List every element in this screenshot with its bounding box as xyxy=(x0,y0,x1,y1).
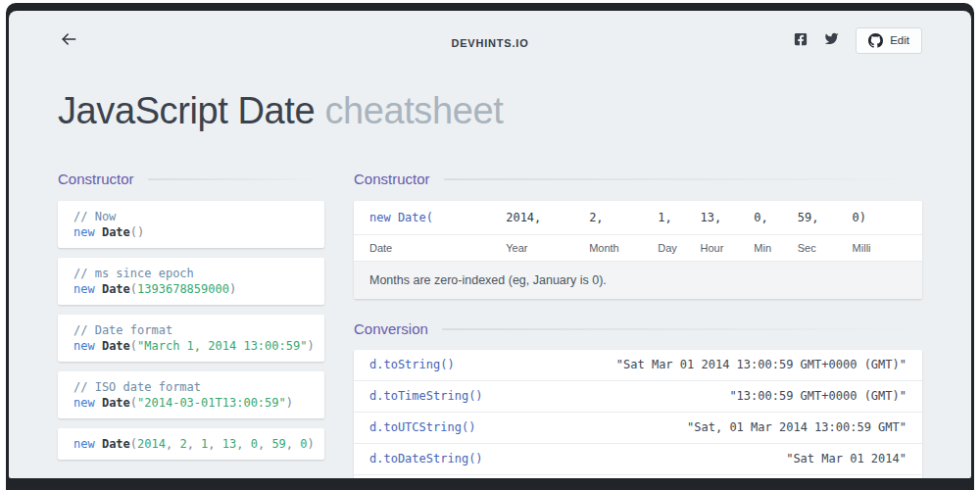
window-frame: DEVHINTS.IO Edit xyxy=(6,3,974,490)
code-card: // ms since epochnew Date(1393678859000) xyxy=(58,258,324,305)
conversion-result: "Sat, 01 Mar 2014 13:00:59 GMT" xyxy=(687,418,906,437)
constructor-label-cell: Day xyxy=(658,241,700,255)
section-rule xyxy=(444,178,922,180)
code-line: new Date(2014, 2, 1, 13, 0, 59, 0) xyxy=(74,436,309,452)
code-segment: 1393678859000 xyxy=(137,282,229,296)
code-card: new Date(2014, 2, 1, 13, 0, 59, 0) xyxy=(58,428,324,460)
code-comment: // ms since epoch xyxy=(74,266,309,281)
constructor-label-cell: Sec xyxy=(798,241,853,255)
edit-button[interactable]: Edit xyxy=(856,27,922,54)
code-segment: 13 xyxy=(222,437,236,451)
left-column: Constructor // Nownew Date()// ms since … xyxy=(58,172,324,469)
code-segment: Date xyxy=(102,225,130,239)
code-segment: new xyxy=(74,437,102,451)
section-heading-conversion: Conversion xyxy=(354,321,922,337)
code-segment: Date xyxy=(102,282,130,296)
github-icon xyxy=(868,33,883,48)
conversion-row: d.toString()"Sat Mar 01 2014 13:00:59 GM… xyxy=(354,350,922,380)
page: DEVHINTS.IO Edit xyxy=(9,11,971,478)
code-segment: ( xyxy=(130,282,137,296)
conversion-row: d.toTimeString()"13:00:59 GMT+0000 (GMT)… xyxy=(354,380,922,412)
constructor-cards: // Nownew Date()// ms since epochnew Dat… xyxy=(58,201,324,460)
conversion-result: "Sat Mar 01 2014 13:00:59 GMT+0000 (GMT)… xyxy=(616,356,906,374)
constructor-label-cell: Hour xyxy=(701,241,755,255)
code-segment: new xyxy=(74,225,102,239)
code-segment: ) xyxy=(286,396,293,410)
twitter-icon xyxy=(823,31,840,49)
constructor-label-cell: Date xyxy=(369,241,506,255)
conversion-code: d.toString() xyxy=(369,356,455,374)
code-comment: // Date format xyxy=(74,322,309,338)
code-segment: ) xyxy=(307,339,314,353)
constructor-code-cell: 1, xyxy=(658,210,700,225)
code-segment: ( xyxy=(130,339,137,353)
constructor-code-cell: 0, xyxy=(754,210,797,225)
section-title: Conversion xyxy=(354,321,428,337)
page-title-suffix: cheatsheet xyxy=(324,90,503,131)
code-segment: () xyxy=(130,225,144,239)
code-segment: 0 xyxy=(251,437,258,451)
conversion-row: d.toUTCString()"Sat, 01 Mar 2014 13:00:5… xyxy=(354,412,922,443)
code-comment: // ISO date format xyxy=(74,379,309,395)
back-button[interactable] xyxy=(58,28,83,52)
constructor-label-cell: Min xyxy=(754,241,797,255)
page-title-main: JavaScript Date xyxy=(58,90,315,131)
code-comment: // Now xyxy=(74,209,309,224)
code-segment: new xyxy=(74,282,102,296)
code-segment: "2014-03-01T13:00:59" xyxy=(137,396,286,410)
constructor-code-cell: 59, xyxy=(798,210,853,225)
code-segment: ( xyxy=(130,437,137,451)
code-segment: ( xyxy=(130,396,137,410)
code-segment: 59 xyxy=(271,437,285,451)
conversion-result: "Sat Mar 01 2014" xyxy=(786,450,906,468)
constructor-label-cell: Month xyxy=(589,241,658,255)
brand-link[interactable]: DEVHINTS.IO xyxy=(451,37,528,49)
conversion-table-card: d.toString()"Sat Mar 01 2014 13:00:59 GM… xyxy=(354,350,922,478)
back-arrow-icon xyxy=(58,29,79,52)
section-heading-constructor-right: Constructor xyxy=(354,172,922,187)
code-segment: 2 xyxy=(179,437,186,451)
code-segment: , xyxy=(187,437,201,451)
conversion-row: d.toDateString()"Sat Mar 01 2014" xyxy=(354,443,922,474)
code-segment: Date xyxy=(102,396,130,410)
code-line: new Date("2014-03-01T13:00:59") xyxy=(74,395,309,411)
code-card: // Date formatnew Date("March 1, 2014 13… xyxy=(58,315,324,362)
conversion-code: d.toDateString() xyxy=(369,450,483,468)
code-segment: , xyxy=(258,437,271,451)
code-line: new Date("March 1, 2014 13:00:59") xyxy=(74,338,309,354)
facebook-share-button[interactable] xyxy=(794,32,808,49)
content-columns: Constructor // Nownew Date()// ms since … xyxy=(9,172,971,478)
facebook-icon xyxy=(794,32,808,49)
code-card: // ISO date formatnew Date("2014-03-01T1… xyxy=(58,371,324,418)
section-heading-constructor-left: Constructor xyxy=(58,172,324,187)
header-actions: Edit xyxy=(778,27,922,54)
code-segment: Date xyxy=(102,437,130,451)
conversion-result: "13:00:59 GMT+0000 (GMT)" xyxy=(729,387,906,406)
code-segment: ) xyxy=(229,282,236,296)
constructor-table-card: new Date(2014,2,1,13,0,59,0) DateYearMon… xyxy=(354,201,922,299)
code-segment: new xyxy=(74,396,102,410)
twitter-share-button[interactable] xyxy=(823,31,840,49)
constructor-note: Months are zero-indexed (eg, January is … xyxy=(354,261,922,299)
code-card: // Nownew Date() xyxy=(58,201,324,248)
code-segment: Date xyxy=(102,339,130,353)
code-segment: ) xyxy=(308,437,315,451)
code-segment: new xyxy=(74,339,102,353)
code-segment: 0 xyxy=(300,437,307,451)
right-column: Constructor new Date(2014,2,1,13,0,59,0)… xyxy=(354,172,922,478)
page-title: JavaScript Date cheatsheet xyxy=(58,89,922,132)
constructor-code-cell: 2, xyxy=(589,210,658,225)
constructor-label-cell: Year xyxy=(506,241,589,255)
edit-button-label: Edit xyxy=(890,34,909,46)
code-segment: , xyxy=(236,437,250,451)
section-title: Constructor xyxy=(58,172,134,187)
code-line: new Date(1393678859000) xyxy=(74,281,309,297)
constructor-label-cell: Milli xyxy=(853,241,906,255)
conversion-row: d.toISOString()"2014-03-01T13:00:59.000Z… xyxy=(354,474,922,478)
conversion-code: d.toTimeString() xyxy=(369,387,483,406)
code-segment: , xyxy=(166,437,179,451)
constructor-code-cell: 0) xyxy=(853,210,906,225)
section-rule xyxy=(148,178,324,180)
constructor-code-row: new Date(2014,2,1,13,0,59,0) xyxy=(354,201,922,234)
code-segment: "March 1, 2014 13:00:59" xyxy=(137,339,307,353)
